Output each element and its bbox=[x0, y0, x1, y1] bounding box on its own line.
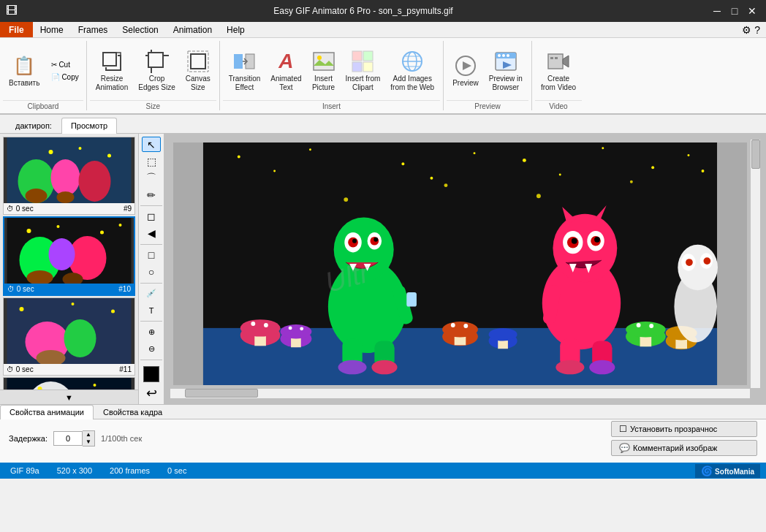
animtext-label: AnimatedText bbox=[270, 75, 301, 92]
delay-arrows: ▲ ▼ bbox=[83, 430, 95, 446]
svg-point-39 bbox=[107, 154, 111, 158]
svg-point-75 bbox=[474, 152, 476, 154]
h-scrollbar[interactable] bbox=[170, 388, 750, 398]
frame-item-12[interactable]: ⏱ 0 sec #12 bbox=[3, 377, 135, 390]
tabs-bar: дактироп: Просмотр bbox=[0, 115, 766, 134]
svg-point-25 bbox=[498, 54, 501, 57]
create-video-label: Createfrom Video bbox=[541, 75, 576, 92]
transparency-checkbox[interactable]: ☐ bbox=[619, 424, 627, 434]
clipboard-label: Clipboard bbox=[3, 100, 83, 110]
cut-button[interactable]: ✂ Cut bbox=[48, 60, 81, 69]
marquee-tool[interactable]: ⬚ bbox=[142, 153, 161, 169]
insert-picture-button[interactable]: InsertPicture bbox=[308, 45, 340, 97]
paint-tool[interactable]: ✏ bbox=[142, 187, 161, 202]
props-tab-frame[interactable]: Свойства кадра bbox=[94, 405, 172, 419]
svg-marker-22 bbox=[463, 61, 471, 70]
comment-icon: 💬 bbox=[619, 443, 630, 453]
menu-home[interactable]: Home bbox=[33, 22, 71, 37]
menu-selection[interactable]: Selection bbox=[115, 22, 165, 37]
props-right-buttons: ☐ Установить прозрачнос 💬 Комментарий из… bbox=[611, 421, 757, 456]
maximize-button[interactable]: □ bbox=[727, 3, 743, 19]
frame-item-11[interactable]: ⏱ 0 sec #11 bbox=[3, 297, 135, 376]
settings-icon[interactable]: ⚙ bbox=[742, 24, 751, 36]
svg-point-35 bbox=[51, 159, 80, 196]
tool-divider-3 bbox=[140, 283, 162, 284]
menu-bar: File Home Frames Selection Animation Hel… bbox=[0, 22, 766, 38]
frame-time-10: ⏱ 0 sec bbox=[7, 285, 34, 293]
preview-browser-button[interactable]: Preview inBrowser bbox=[485, 45, 527, 97]
insert-label: Insert bbox=[223, 100, 440, 110]
svg-rect-7 bbox=[191, 54, 205, 69]
frame-item-9[interactable]: ⏱ 0 sec #9 bbox=[3, 137, 135, 215]
tab-edit[interactable]: дактироп: bbox=[6, 118, 61, 133]
v-scrollbar-thumb[interactable] bbox=[751, 140, 760, 169]
close-button[interactable]: ✕ bbox=[744, 3, 760, 19]
color-reset[interactable]: ↩ bbox=[146, 385, 157, 401]
svg-point-130 bbox=[489, 328, 517, 341]
select-tool[interactable]: ↖ bbox=[142, 137, 161, 152]
svg-rect-29 bbox=[548, 54, 563, 69]
v-scrollbar[interactable] bbox=[750, 140, 760, 388]
rect-tool[interactable]: □ bbox=[142, 248, 161, 263]
delay-down[interactable]: ▼ bbox=[83, 438, 94, 446]
ellipse-tool[interactable]: ○ bbox=[142, 265, 161, 280]
copy-button[interactable]: 📄 Copy bbox=[48, 72, 81, 82]
svg-point-38 bbox=[79, 147, 82, 150]
frame-thumb-12 bbox=[4, 378, 134, 390]
title-bar-left: 🎞 bbox=[6, 4, 18, 18]
eraser-tool[interactable]: ◻ bbox=[142, 209, 161, 224]
size-items: ResizeAnimation CropEdges Size CanvasSiz… bbox=[90, 41, 216, 100]
lasso-tool[interactable]: ⌒ bbox=[142, 170, 161, 186]
frames-scroll-down[interactable]: ▼ bbox=[0, 390, 138, 404]
svg-point-57 bbox=[111, 310, 115, 314]
clipboard-small-btns: ✂ Cut 📄 Copy bbox=[48, 60, 81, 82]
help-icon[interactable]: ? bbox=[754, 24, 760, 36]
clipart-button[interactable]: Insert fromClipart bbox=[341, 45, 385, 97]
crop-label: CropEdges Size bbox=[138, 75, 175, 92]
foreground-color[interactable] bbox=[143, 366, 159, 382]
addweb-icon bbox=[401, 50, 424, 73]
svg-marker-30 bbox=[563, 56, 569, 67]
props-tab-anim[interactable]: Свойства анимации bbox=[0, 405, 94, 419]
create-video-button[interactable]: Createfrom Video bbox=[536, 45, 580, 97]
main-content: ⏱ 0 sec #9 bbox=[0, 134, 766, 404]
menu-file[interactable]: File bbox=[0, 22, 33, 37]
ribbon-group-insert: TransitionEffect A AnimatedText InsertPi… bbox=[220, 41, 444, 110]
status-frames: 200 frames bbox=[105, 466, 154, 475]
zoom-in-tool[interactable]: ⊕ bbox=[142, 324, 161, 340]
menu-frames[interactable]: Frames bbox=[71, 22, 115, 37]
svg-point-54 bbox=[64, 319, 96, 357]
preview-button[interactable]: Preview bbox=[448, 45, 483, 97]
resize-button[interactable]: ResizeAnimation bbox=[91, 45, 132, 97]
fill-tool[interactable]: ◀ bbox=[142, 226, 161, 241]
addweb-button[interactable]: Add Imagesfrom the Web bbox=[386, 45, 439, 97]
svg-point-143 bbox=[686, 259, 693, 266]
tab-preview[interactable]: Просмотр bbox=[61, 118, 117, 134]
text-tool[interactable]: T bbox=[142, 303, 161, 318]
ribbon-group-video: Createfrom Video Video bbox=[532, 41, 585, 110]
title-controls: ─ □ ✕ bbox=[709, 3, 760, 19]
delay-up[interactable]: ▲ bbox=[83, 431, 94, 438]
canvas-button[interactable]: CanvasSize bbox=[181, 45, 215, 97]
comment-button[interactable]: 💬 Комментарий изображ bbox=[611, 440, 757, 456]
crop-button[interactable]: CropEdges Size bbox=[134, 45, 180, 97]
animtext-button[interactable]: A AnimatedText bbox=[266, 45, 306, 97]
delay-input[interactable] bbox=[53, 431, 83, 446]
h-scrollbar-thumb[interactable] bbox=[185, 389, 258, 398]
frame-item-10[interactable]: ⏱ 0 sec #10 bbox=[3, 216, 135, 296]
eyedrop-tool[interactable]: 💉 bbox=[142, 286, 161, 301]
menu-help[interactable]: Help bbox=[219, 22, 252, 37]
insert-picture-label: InsertPicture bbox=[312, 75, 335, 92]
zoom-out-tool[interactable]: ⊖ bbox=[142, 341, 161, 357]
ribbon-group-clipboard: 📋 Вставить ✂ Cut 📄 Copy Clipboard bbox=[0, 41, 87, 110]
svg-point-37 bbox=[49, 150, 53, 154]
svg-point-47 bbox=[57, 225, 60, 228]
canvas-label: CanvasSize bbox=[186, 75, 211, 92]
svg-point-107 bbox=[371, 360, 397, 375]
paste-button[interactable]: 📋 Вставить bbox=[4, 45, 44, 96]
menu-animation[interactable]: Animation bbox=[166, 22, 219, 37]
transition-button[interactable]: TransitionEffect bbox=[224, 45, 265, 97]
status-time: 0 sec bbox=[163, 466, 191, 475]
transparency-button[interactable]: ☐ Установить прозрачнос bbox=[611, 421, 757, 437]
minimize-button[interactable]: ─ bbox=[709, 3, 725, 19]
